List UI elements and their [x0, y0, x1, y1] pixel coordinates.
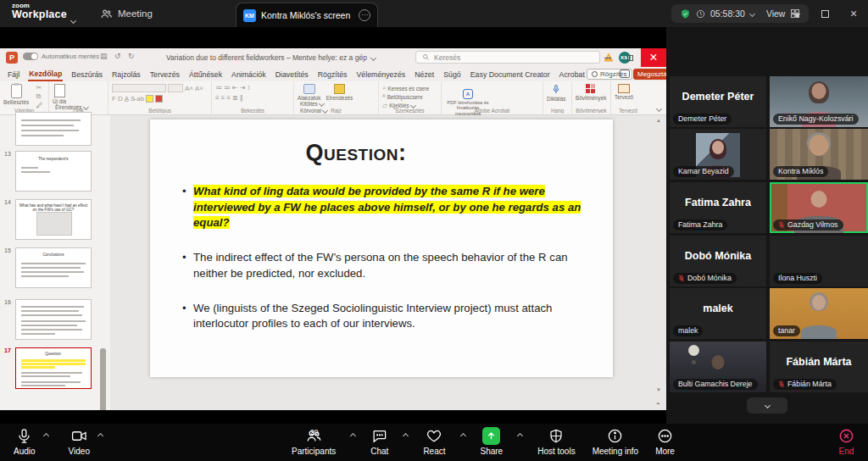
ppt-minimize-button[interactable]	[597, 48, 619, 67]
tab-beszuras[interactable]: Beszúrás	[70, 69, 103, 81]
chat-options-chevron-icon[interactable]	[403, 433, 409, 439]
participant-tile-demeter-peter[interactable]: Demeter Péter Demeter Péter	[670, 76, 766, 127]
shapes-button[interactable]: Alakzatok	[298, 84, 320, 101]
ribbon-collapse-chevron-icon[interactable]	[656, 106, 662, 112]
tab-easy-document-creator[interactable]: Easy Document Creator	[470, 69, 551, 81]
paste-button[interactable]: Beillesztés	[3, 84, 29, 105]
arrange-button[interactable]: Elrendezés	[326, 84, 353, 101]
meeting-info-button[interactable]: Meeting info	[591, 427, 640, 456]
chat-button[interactable]: Chat	[369, 427, 390, 456]
thumbnail-slide-13[interactable]: The respondent's	[15, 151, 92, 192]
tab-fajl[interactable]: Fájl	[7, 69, 20, 81]
comments-icon[interactable]	[620, 69, 630, 78]
line-spacing-icon[interactable]: ↕	[247, 84, 250, 92]
participants-button[interactable]: 29 Participants	[290, 427, 337, 456]
bullet-list-icon[interactable]: ≔	[215, 84, 222, 92]
maximize-button[interactable]	[810, 0, 839, 27]
align-right-icon[interactable]: ≡	[226, 94, 231, 102]
underline-button[interactable]: A̲	[125, 95, 129, 103]
screen-tab-more-icon[interactable]: ⋯	[359, 9, 370, 21]
toggle-switch-icon[interactable]	[23, 53, 38, 60]
ppt-close-button[interactable]: ×	[641, 48, 666, 67]
cut-icon[interactable]: ✂	[36, 84, 43, 92]
participant-tile-dobo-monika[interactable]: Dobó Mónika Dobó Mónika	[670, 236, 766, 286]
share-screen-button[interactable]: Share	[479, 427, 505, 456]
designer-button[interactable]: Tervező	[615, 84, 633, 100]
scroll-up-icon[interactable]: ▲	[656, 118, 661, 123]
indent-decrease-icon[interactable]: ⇤	[232, 84, 238, 92]
minimize-button[interactable]	[782, 0, 810, 27]
scroll-down-icon[interactable]: ▼	[656, 387, 661, 392]
react-options-chevron-icon[interactable]	[459, 433, 465, 439]
thumbnail-slide-17-current[interactable]: Question:	[15, 347, 92, 389]
font-size-select[interactable]	[168, 84, 183, 92]
video-button[interactable]: Video	[67, 427, 92, 456]
participant-tile-kontra-miklos[interactable]: Kontra Miklós	[770, 129, 868, 180]
previous-slide-icon[interactable]: ⏶	[656, 401, 660, 407]
ppt-search-box[interactable]: Keresés	[415, 51, 600, 64]
font-name-select[interactable]	[112, 84, 166, 92]
participant-tile-bulti-gamachis-dereje[interactable]: Bulti Gamachis Dereje	[670, 342, 766, 392]
highlight-color-button[interactable]	[146, 95, 153, 103]
participant-tile-tanar[interactable]: tanar	[770, 288, 868, 339]
thumbnail-slide-15[interactable]: Conclusions	[15, 247, 92, 288]
grow-font-icon[interactable]: A˄	[185, 85, 193, 92]
tab-rogzites[interactable]: Rögzítés	[317, 69, 348, 81]
ppt-share-button[interactable]: Megosztás	[633, 69, 666, 80]
tab-tervezes[interactable]: Tervezés	[149, 69, 181, 81]
dictate-button[interactable]: Diktálás	[547, 84, 565, 102]
indent-increase-icon[interactable]: ⇥	[240, 84, 246, 92]
quick-access-toolbar-icons[interactable]: ▤ ↺ ↻	[100, 52, 137, 60]
numbered-list-icon[interactable]: ≕	[224, 84, 231, 92]
shrink-font-icon[interactable]: A˅	[195, 85, 203, 92]
addins-button[interactable]: Bővítmények	[576, 84, 606, 101]
participant-tile-gazdag-vilmos-active-speaker[interactable]: Gazdag Vilmos	[770, 182, 868, 233]
justify-icon[interactable]: ≣	[232, 94, 238, 102]
slide-scrollbar[interactable]: ▲ ▼ ⏶ ⏷	[655, 118, 664, 410]
new-slide-button[interactable]: Új dia	[53, 84, 66, 104]
replace-fonts-button[interactable]: ᴬBetűtípuscsere	[382, 93, 429, 101]
timer-chevron-down-icon[interactable]	[749, 10, 755, 16]
share-options-chevron-icon[interactable]	[517, 433, 523, 439]
strikethrough-button[interactable]: S̶	[131, 95, 135, 103]
thumbnail-slide-12[interactable]	[15, 112, 92, 146]
font-color-button[interactable]	[155, 95, 163, 103]
video-options-chevron-icon[interactable]	[97, 433, 103, 439]
tab-kontra-miklos-screen[interactable]: KM Kontra Miklós's screen ⋯	[236, 3, 378, 27]
tab-acrobat[interactable]: Acrobat	[559, 69, 586, 81]
more-button[interactable]: More	[654, 427, 676, 456]
tab-rajzolas[interactable]: Rajzolás	[111, 69, 142, 81]
audio-button[interactable]: Audio	[12, 427, 37, 456]
workspace-chevron-down-icon[interactable]	[71, 11, 75, 26]
tab-attunesek[interactable]: Áttűnések	[188, 69, 223, 81]
participant-tile-kamar-beyazid[interactable]: Kamar Beyazid	[670, 129, 766, 180]
slide-title[interactable]: Question:	[150, 140, 562, 166]
tab-velemenyezes[interactable]: Véleményezés	[355, 69, 406, 81]
close-button[interactable]: ×	[839, 0, 868, 27]
slide-body-text[interactable]: What kind of ling data would be provided…	[182, 184, 594, 351]
participants-options-chevron-icon[interactable]	[350, 433, 356, 439]
host-tools-button[interactable]: Host tools	[536, 427, 576, 456]
document-title[interactable]: Variation due to different fieldworkers …	[166, 53, 376, 62]
tab-diavetites[interactable]: Diavetítés	[275, 69, 309, 81]
bold-button[interactable]: F	[112, 95, 116, 103]
thumbnail-slide-14[interactable]: What has and what hasn't had an effect o…	[15, 199, 92, 240]
thumbnail-slide-16[interactable]	[15, 299, 92, 340]
end-meeting-button[interactable]: End	[837, 427, 856, 456]
char-spacing-icon[interactable]: ab	[136, 95, 144, 103]
participant-tile-fabian-marta[interactable]: Fábián Márta Fábián Márta	[770, 342, 868, 392]
show-more-participants-button[interactable]	[747, 397, 787, 414]
current-slide[interactable]: Question: What kind of ling data would b…	[150, 119, 613, 377]
tab-meeting[interactable]: Meeting	[100, 0, 153, 27]
columns-icon[interactable]: ∥	[240, 94, 243, 102]
italic-button[interactable]: D	[118, 95, 123, 103]
thumbnail-scrollbar[interactable]	[100, 348, 106, 410]
align-center-icon[interactable]: ≡	[221, 94, 225, 102]
tab-nezet[interactable]: Nézet	[414, 69, 435, 81]
tab-kezdolap[interactable]: Kezdőlap	[28, 68, 63, 81]
tab-animaciok[interactable]: Animációk	[231, 69, 267, 81]
find-replace-button[interactable]: ⌕Keresés és csere	[382, 84, 429, 92]
shape-fill-button[interactable]: Kitöltés	[300, 101, 331, 107]
align-left-icon[interactable]: ≡	[215, 94, 220, 102]
participant-tile-ilona-huszti[interactable]: Ilona Huszti	[770, 236, 868, 286]
